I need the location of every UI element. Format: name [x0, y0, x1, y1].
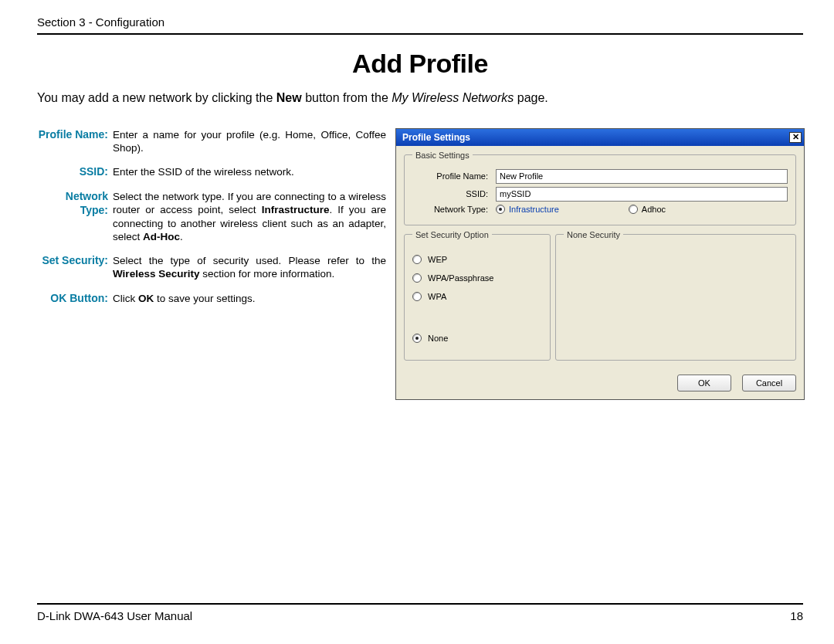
radio-icon — [412, 292, 422, 301]
basic-settings-group: Basic Settings Profile Name: SSID: Netwo… — [404, 151, 796, 225]
section-header: Section 3 - Configuration — [37, 15, 803, 35]
dialog-titlebar: Profile Settings ✕ — [396, 129, 804, 146]
cancel-button[interactable]: Cancel — [742, 375, 796, 391]
radio-icon — [412, 334, 422, 343]
page-title: Add Profile — [37, 49, 803, 79]
ssid-input[interactable] — [496, 187, 788, 202]
intro-page-italic: My Wireless Networks — [392, 91, 514, 104]
security-wep-radio[interactable]: WEP — [412, 255, 542, 264]
security-wpa-passphrase-radio[interactable]: WPA/Passphrase — [412, 273, 542, 283]
footer-manual-title: D-Link DWA-643 User Manual — [37, 609, 192, 622]
profile-settings-dialog: Profile Settings ✕ Basic Settings Profil… — [395, 128, 805, 400]
network-type-infrastructure-radio[interactable]: Infrastructure — [496, 205, 559, 214]
radio-icon — [412, 273, 422, 283]
intro-post: page. — [514, 91, 548, 104]
intro-new-bold: New — [276, 91, 302, 104]
page-footer: D-Link DWA-643 User Manual 18 — [37, 603, 803, 622]
ssid-label: SSID: — [412, 189, 496, 198]
radio-icon — [412, 255, 422, 264]
profile-name-label: Profile Name: — [412, 171, 496, 181]
network-type-adhoc-radio[interactable]: Adhoc — [629, 205, 666, 214]
dialog-title: Profile Settings — [402, 132, 470, 143]
ok-button[interactable]: OK — [677, 375, 731, 391]
none-security-legend: None Security — [564, 230, 623, 239]
network-type-label: Network Type: — [412, 205, 496, 214]
def-text-profile-name: Enter a name for your profile (e.g. Home… — [113, 128, 386, 155]
intro-paragraph: You may add a new network by clicking th… — [37, 90, 803, 107]
footer-page-number: 18 — [790, 609, 803, 622]
intro-pre: You may add a new network by clicking th… — [37, 91, 276, 104]
set-security-option-group: Set Security Option WEP WPA/Passphrase W… — [404, 230, 551, 361]
definition-list: Profile Name: Enter a name for your prof… — [37, 128, 386, 317]
close-icon[interactable]: ✕ — [789, 132, 802, 143]
def-text-ok-button: Click OK to save your settings. — [113, 292, 386, 306]
def-label-set-security: Set Security: — [37, 254, 113, 281]
def-text-network-type: Select the network type. If you are conn… — [113, 190, 386, 243]
radio-icon — [629, 205, 638, 214]
radio-icon — [496, 205, 505, 214]
security-none-radio[interactable]: None — [412, 334, 542, 343]
intro-mid: button from the — [302, 91, 392, 104]
def-label-ssid: SSID: — [37, 165, 113, 179]
set-security-legend: Set Security Option — [412, 230, 492, 239]
def-text-ssid: Enter the SSID of the wireless network. — [113, 165, 386, 179]
def-label-ok-button: OK Button: — [37, 292, 113, 306]
none-security-group: None Security — [555, 230, 796, 361]
def-label-profile-name: Profile Name: — [37, 128, 113, 155]
profile-name-input[interactable] — [496, 169, 788, 184]
basic-settings-legend: Basic Settings — [412, 151, 473, 160]
security-wpa-radio[interactable]: WPA — [412, 292, 542, 301]
def-label-network-type: Network Type: — [37, 190, 113, 243]
def-text-set-security: Select the type of security used. Please… — [113, 254, 386, 281]
